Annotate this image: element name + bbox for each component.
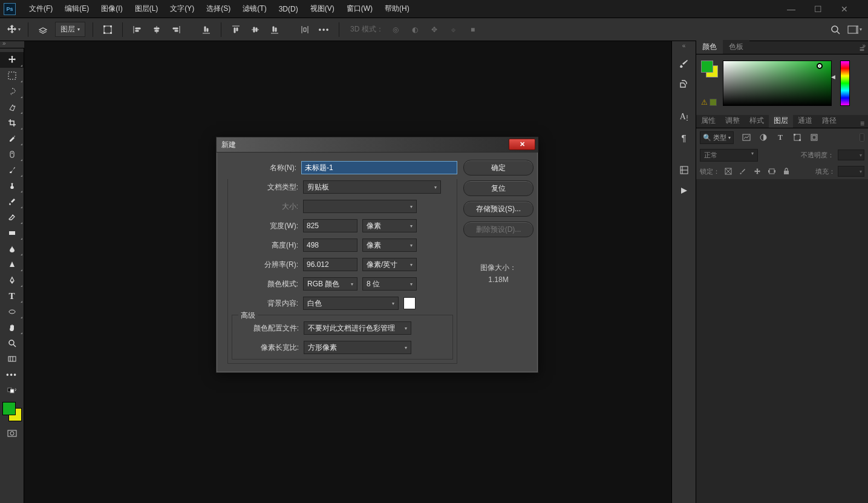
clone-source-icon[interactable] [672,74,696,94]
collapse-panels-icon[interactable]: » [862,42,866,49]
menu-help[interactable]: 帮助(H) [379,0,416,18]
auto-select-dropdown[interactable]: 图层▾ [55,22,85,37]
pen-tool[interactable] [0,272,24,288]
hue-strip[interactable] [840,61,850,106]
marquee-tool[interactable] [0,68,24,84]
delete-preset-button[interactable]: 删除预设(D)... [463,222,534,237]
minimize-icon[interactable]: — [782,3,800,15]
color-field[interactable] [723,61,832,106]
menu-view[interactable]: 视图(V) [304,0,341,18]
resolution-input[interactable] [303,258,357,271]
reset-button[interactable]: 复位 [463,180,534,196]
menu-image[interactable]: 图像(I) [95,0,128,18]
lock-all-icon[interactable] [782,166,791,176]
3d-pan-icon[interactable]: ✥ [427,22,442,37]
history-brush-tool[interactable] [0,194,24,209]
path-select-tool[interactable] [0,304,24,320]
profile-dropdown[interactable]: 不要对此文档进行色彩管理▾ [304,321,411,335]
tab-properties[interactable]: 属性 [696,114,720,128]
color-fgbg[interactable] [701,61,718,77]
type-tool[interactable]: T [0,288,24,304]
eyedropper-tool[interactable] [0,131,24,146]
paragraph-icon[interactable]: ¶ [672,127,696,148]
show-transform-icon[interactable] [100,22,115,37]
width-unit-dropdown[interactable]: 像素▾ [362,219,417,232]
lock-pixels-icon[interactable] [723,166,733,176]
lock-position-icon[interactable] [752,166,762,176]
default-colors[interactable] [0,383,24,398]
distribute-icon[interactable] [298,22,312,37]
align-right-icon[interactable] [169,22,183,37]
opacity-input[interactable]: ▾ [838,150,864,160]
align-hcenter-icon[interactable] [149,22,164,37]
filter-shape-icon[interactable] [792,132,803,143]
eraser-tool[interactable] [0,209,24,225]
actions-icon[interactable] [672,180,696,201]
name-input[interactable] [301,161,457,174]
menu-edit[interactable]: 编辑(E) [59,0,95,18]
more-align-icon[interactable]: ••• [317,22,331,37]
tab-styles[interactable]: 样式 [745,114,769,128]
height-input[interactable] [303,238,357,252]
3d-zoom-icon[interactable]: ■ [466,22,480,37]
menu-filter[interactable]: 滤镜(T) [237,0,272,18]
save-preset-button[interactable]: 存储预设(S)... [463,201,534,217]
dialog-titlebar[interactable]: 新建 ✕ [217,137,538,153]
crop-tool[interactable] [0,115,24,131]
filter-adjust-icon[interactable] [758,132,769,143]
filter-type-icon[interactable]: T [775,132,786,143]
search-icon[interactable] [828,22,843,37]
fg-bg-color[interactable] [2,402,22,421]
fg-color-swatch[interactable] [2,402,16,415]
align-bottom2-icon[interactable] [267,22,282,37]
healing-tool[interactable] [0,146,24,162]
color-fg-chip[interactable] [701,61,713,73]
clone-tool[interactable] [0,178,24,194]
fill-input[interactable]: ▾ [838,166,864,177]
expand-panels-icon[interactable]: « [672,42,696,50]
colormode-dropdown[interactable]: RGB 颜色▾ [303,277,357,291]
gamut-warning-icon[interactable]: ⚠ [701,98,708,107]
tab-layers[interactable]: 图层 [769,114,793,128]
quickmask-icon[interactable] [0,426,24,441]
blend-mode-dropdown[interactable]: 正常▾ [700,149,758,162]
3d-slide-icon[interactable]: ⟐ [446,22,461,37]
menu-file[interactable]: 文件(F) [23,0,59,18]
zoom-tool[interactable] [0,335,24,351]
align-top-icon[interactable] [229,22,243,37]
lock-brush-icon[interactable] [738,166,748,176]
size-dropdown[interactable]: ▾ [303,200,417,213]
history-icon[interactable] [672,160,696,180]
brush-settings-icon[interactable] [672,53,696,74]
bgcontent-swatch[interactable] [403,297,416,309]
gradient-tool[interactable] [0,225,24,241]
quick-select-tool[interactable] [0,99,24,115]
align-left-icon[interactable] [130,22,145,37]
filter-toggle[interactable] [860,133,864,142]
lasso-tool[interactable] [0,84,24,99]
gamut-swatch[interactable] [710,99,717,106]
auto-select-layers-icon[interactable] [36,22,50,37]
filter-smart-icon[interactable] [809,132,820,143]
character-icon[interactable]: AI [672,107,696,127]
tab-swatches[interactable]: 色板 [723,40,749,54]
aspect-dropdown[interactable]: 方形像素▾ [304,341,411,354]
move-tool[interactable] [0,52,24,68]
dialog-close-button[interactable]: ✕ [509,139,535,150]
doc-tab-collapse[interactable] [0,41,24,48]
bgcontent-dropdown[interactable]: 白色▾ [303,297,399,310]
height-unit-dropdown[interactable]: 像素▾ [362,238,417,252]
doctype-dropdown[interactable]: 剪贴板▾ [303,180,441,194]
layer-list[interactable] [696,179,868,503]
ok-button[interactable]: 确定 [463,160,534,176]
menu-select[interactable]: 选择(S) [200,0,237,18]
brush-tool[interactable] [0,162,24,178]
tab-color[interactable]: 颜色 [696,40,723,54]
resolution-unit-dropdown[interactable]: 像素/英寸▾ [362,258,417,271]
menu-3d[interactable]: 3D(D) [273,1,304,17]
blur-tool[interactable] [0,241,24,257]
menu-window[interactable]: 窗口(W) [341,0,379,18]
more-tools[interactable]: ••• [0,367,24,383]
menu-layer[interactable]: 图层(L) [129,0,165,18]
tab-channels[interactable]: 通道 [793,114,817,128]
